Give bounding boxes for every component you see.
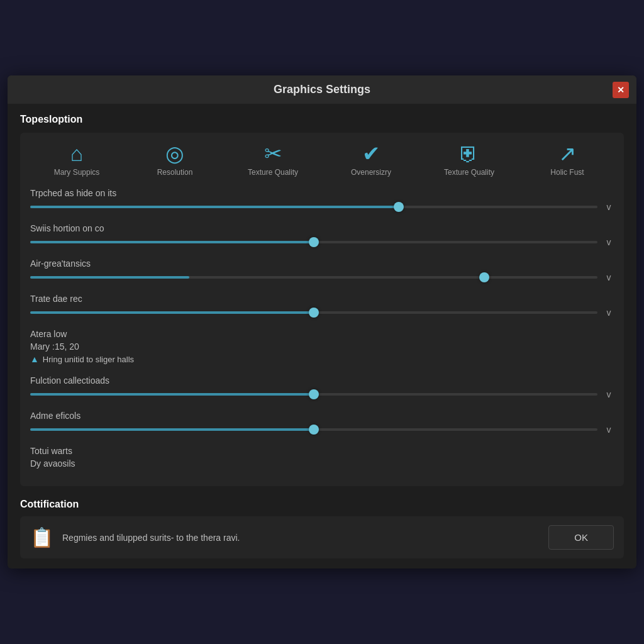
- top-section-title: Topesloption: [20, 114, 624, 125]
- mary-value: Mary :15, 20: [30, 341, 614, 352]
- slider-5-track[interactable]: [30, 393, 597, 396]
- tab-tab-texture1[interactable]: ✂Texture Quality: [224, 143, 322, 177]
- warning-label: Hring unitid to sliger halls: [43, 355, 134, 364]
- slider-2-fill: [30, 241, 314, 243]
- bottom-description: Regmies and tilupped surits- to the ther…: [62, 533, 540, 543]
- slider-6-container: v: [30, 425, 614, 435]
- slider-6-track[interactable]: [30, 428, 597, 431]
- slider-4-label: Trate dae rec: [30, 294, 614, 304]
- tabs-row: ⌂Mary Suppics◎Resolution✂Texture Quality…: [28, 143, 616, 177]
- slider-row-slider-5: Fulction callectioadsv: [30, 375, 614, 399]
- tab-tab-texture2[interactable]: ⛨Texture Quality: [420, 143, 518, 177]
- slider-2-track[interactable]: [30, 241, 597, 243]
- slider-5-label: Fulction callectioads: [30, 375, 614, 386]
- sliders-group-2: Fulction callectioadsvAdme eficolsv: [30, 375, 614, 435]
- tab-texture1-label: Texture Quality: [248, 168, 298, 177]
- slider-4-container: v: [30, 308, 614, 318]
- slider-2-dropdown[interactable]: v: [604, 237, 614, 247]
- slider-row-slider-3: Air-grea'tansicsv: [30, 258, 614, 282]
- slider-4-thumb[interactable]: [309, 308, 319, 318]
- slider-2-thumb[interactable]: [309, 237, 319, 247]
- slider-1-track[interactable]: [30, 206, 597, 208]
- bottom-section-title: Cottification: [20, 499, 624, 510]
- static-static-1: Totui warts: [30, 446, 614, 456]
- info-block: Atera low Mary :15, 20 ▲ Hring unitid to…: [30, 329, 614, 364]
- slider-row-slider-4: Trate dae recv: [30, 294, 614, 318]
- window-title: Graphics Settings: [274, 83, 370, 96]
- close-button[interactable]: ✕: [613, 82, 629, 98]
- tab-resolution-icon: ◎: [165, 143, 184, 164]
- slider-1-fill: [30, 206, 399, 208]
- slider-5-dropdown[interactable]: v: [604, 389, 614, 399]
- slider-5-fill: [30, 393, 314, 396]
- ok-button[interactable]: OK: [548, 525, 614, 550]
- slider-row-slider-6: Adme eficolsv: [30, 411, 614, 435]
- tab-oversizry-label: Ovenersizry: [351, 168, 391, 177]
- tab-oversizry-icon: ✔: [362, 143, 380, 164]
- static-static-2: Dy avaosils: [30, 458, 614, 469]
- atera-title: Atera low: [30, 329, 614, 339]
- slider-1-thumb[interactable]: [394, 202, 404, 212]
- slider-4-fill: [30, 311, 314, 314]
- tabs-panel: ⌂Mary Suppics◎Resolution✂Texture Quality…: [20, 133, 624, 486]
- slider-2-label: Swiis hortion on co: [30, 223, 614, 233]
- slider-3-track[interactable]: [30, 276, 597, 279]
- slider-3-dropdown[interactable]: v: [604, 272, 614, 282]
- slider-row-slider-2: Swiis hortion on cov: [30, 223, 614, 247]
- slider-3-label: Air-grea'tansics: [30, 258, 614, 269]
- slider-6-dropdown[interactable]: v: [604, 425, 614, 435]
- tab-texture1-icon: ✂: [264, 143, 282, 164]
- slider-3-thumb[interactable]: [479, 272, 489, 282]
- warning-text: ▲ Hring unitid to sliger halls: [30, 354, 614, 364]
- slider-2-container: v: [30, 237, 614, 247]
- tab-mary-label: Mary Suppics: [54, 168, 100, 177]
- window-content: Topesloption ⌂Mary Suppics◎Resolution✂Te…: [8, 104, 636, 569]
- slider-4-dropdown[interactable]: v: [604, 308, 614, 318]
- tab-mary-icon: ⌂: [70, 143, 84, 164]
- tab-tab-mary[interactable]: ⌂Mary Suppics: [28, 143, 126, 177]
- slider-3-fill: [30, 276, 189, 279]
- tab-texture2-label: Texture Quality: [444, 168, 494, 177]
- static-texts: Totui wartsDy avaosils: [30, 446, 614, 469]
- settings-area: Trpched as hide on itsvSwiis hortion on …: [28, 183, 616, 476]
- tab-resolution-label: Resolution: [157, 168, 193, 177]
- tab-tab-holic[interactable]: ↗Holic Fust: [518, 143, 616, 177]
- tab-texture2-icon: ⛨: [458, 143, 480, 164]
- slider-6-label: Adme eficols: [30, 411, 614, 421]
- slider-1-container: v: [30, 202, 614, 212]
- slider-1-label: Trpched as hide on its: [30, 188, 614, 198]
- graphics-settings-window: Graphics Settings ✕ Topesloption ⌂Mary S…: [8, 75, 636, 569]
- bottom-panel: 📋 Regmies and tilupped surits- to the th…: [20, 516, 624, 558]
- doc-icon: 📋: [30, 526, 53, 548]
- slider-5-thumb[interactable]: [309, 389, 319, 399]
- slider-row-slider-1: Trpched as hide on itsv: [30, 188, 614, 212]
- tab-holic-label: Holic Fust: [550, 168, 584, 177]
- warning-icon: ▲: [30, 354, 39, 364]
- slider-6-fill: [30, 428, 314, 431]
- slider-6-thumb[interactable]: [309, 425, 319, 435]
- slider-4-track[interactable]: [30, 311, 597, 314]
- slider-1-dropdown[interactable]: v: [604, 202, 614, 212]
- sliders-group-1: Trpched as hide on itsvSwiis hortion on …: [30, 188, 614, 318]
- tab-tab-oversizry[interactable]: ✔Ovenersizry: [322, 143, 420, 177]
- bottom-section: Cottification 📋 Regmies and tilupped sur…: [20, 499, 624, 558]
- slider-5-container: v: [30, 389, 614, 399]
- slider-3-container: v: [30, 272, 614, 282]
- tab-tab-resolution[interactable]: ◎Resolution: [126, 143, 224, 177]
- title-bar: Graphics Settings ✕: [8, 75, 636, 104]
- tab-holic-icon: ↗: [558, 143, 576, 164]
